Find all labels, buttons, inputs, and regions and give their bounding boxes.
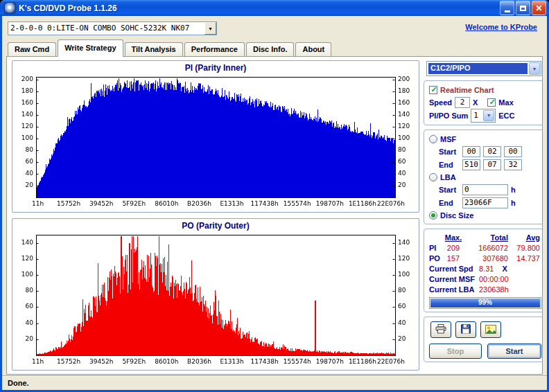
lba-radio[interactable] bbox=[429, 173, 437, 181]
save-button[interactable] bbox=[455, 321, 476, 338]
stats-header-total: Total bbox=[465, 233, 508, 242]
realtime-chart-label: Realtime Chart bbox=[440, 86, 494, 94]
pi-chart-canvas bbox=[15, 73, 416, 209]
tab-raw-cmd[interactable]: Raw Cmd bbox=[8, 42, 56, 56]
app-icon bbox=[4, 2, 16, 14]
msf-end-1-input[interactable] bbox=[483, 159, 501, 170]
lba-label: LBA bbox=[440, 173, 456, 181]
current-speed-row: Current Spd 8.31 X bbox=[429, 263, 541, 274]
stats-group: Max. Total Avg PI 209 1666072 79.800 PO … bbox=[424, 229, 543, 312]
mode-select-dropdown-button[interactable]: ▼ bbox=[529, 62, 540, 75]
mode-select[interactable]: C1C2/PIPO ▼ bbox=[426, 61, 541, 76]
progress-label: 99% bbox=[430, 298, 541, 308]
window-title: K's CD/DVD Probe 1.1.26 bbox=[19, 3, 500, 13]
status-bar: Done. bbox=[2, 375, 547, 390]
msf-end-0-input[interactable] bbox=[462, 159, 480, 170]
pipo-sum-value: 1 bbox=[473, 111, 478, 120]
msf-start-label: Start bbox=[439, 148, 460, 156]
content-panel: PI (Parity Inner) PO (Parity Outer) C1C2… bbox=[6, 56, 543, 375]
po-chart-title: PO (Parity Outer) bbox=[15, 220, 416, 231]
toolbar: 2-0-0-0 0:LITE-ON COMBO SOHC-5232K NK07 … bbox=[2, 16, 547, 39]
tab-performance[interactable]: Performance bbox=[184, 42, 245, 56]
drive-select-value: 2-0-0-0 0:LITE-ON COMBO SOHC-5232K NK07 bbox=[8, 22, 204, 35]
msf-start-0-input[interactable] bbox=[462, 146, 480, 157]
stats-header-avg: Avg bbox=[508, 233, 540, 242]
pipo-sum-dropdown-button[interactable]: ▼ bbox=[483, 110, 494, 121]
tab-disc-info[interactable]: Disc Info. bbox=[246, 42, 295, 56]
chart-options-group: ✓ Realtime Chart Speed X ✓ Max PI/PO Sum bbox=[424, 80, 543, 125]
stats-header: Max. Total Avg bbox=[429, 232, 541, 242]
mode-select-value: C1C2/PIPO bbox=[428, 63, 528, 74]
save-image-button[interactable] bbox=[480, 321, 501, 338]
controls-panel: C1C2/PIPO ▼ ✓ Realtime Chart Speed X ✓ M bbox=[424, 60, 543, 366]
msf-start-2-input[interactable] bbox=[504, 146, 522, 157]
maximize-icon bbox=[520, 6, 526, 11]
welcome-link[interactable]: Welcome to KProbe bbox=[465, 23, 537, 31]
msf-radio[interactable] bbox=[429, 135, 437, 143]
pi-chart-title: PI (Parity Inner) bbox=[15, 62, 416, 73]
pi-chart-box: PI (Parity Inner) bbox=[12, 60, 419, 213]
printer-icon bbox=[435, 324, 446, 335]
check-icon: ✓ bbox=[430, 85, 438, 94]
status-text: Done. bbox=[8, 379, 29, 387]
max-speed-checkbox[interactable]: ✓ bbox=[487, 98, 496, 107]
lba-end-unit: h bbox=[511, 199, 516, 207]
realtime-chart-checkbox[interactable]: ✓ bbox=[429, 86, 437, 94]
start-button[interactable]: Start bbox=[487, 344, 541, 359]
chevron-down-icon: ▼ bbox=[487, 113, 491, 118]
chevron-down-icon: ▼ bbox=[532, 66, 537, 71]
maximize-button[interactable] bbox=[516, 1, 530, 15]
disc-size-label: Disc Size bbox=[440, 211, 473, 220]
chevron-down-icon: ▼ bbox=[208, 26, 213, 31]
current-msf-row: Current MSF 00:00:00 bbox=[429, 274, 541, 284]
close-button[interactable]: ✕ bbox=[532, 1, 546, 15]
print-button[interactable] bbox=[430, 321, 451, 338]
close-icon: ✕ bbox=[535, 4, 542, 12]
tab-bar: Raw Cmd Write Strategy Tilt Analysis Per… bbox=[2, 39, 547, 56]
tab-about[interactable]: About bbox=[295, 42, 331, 56]
po-chart-canvas bbox=[15, 231, 416, 367]
charts-column: PI (Parity Inner) PO (Parity Outer) bbox=[12, 60, 419, 375]
lba-start-unit: h bbox=[511, 186, 516, 194]
lba-start-label: Start bbox=[439, 186, 460, 194]
tab-tilt-analysis[interactable]: Tilt Analysis bbox=[125, 42, 183, 56]
drive-select[interactable]: 2-0-0-0 0:LITE-ON COMBO SOHC-5232K NK07 … bbox=[8, 21, 217, 35]
speed-label: Speed bbox=[429, 98, 452, 107]
max-speed-label: Max bbox=[498, 98, 513, 107]
lba-end-label: End bbox=[439, 199, 460, 207]
msf-start-1-input[interactable] bbox=[483, 146, 501, 157]
msf-end-label: End bbox=[439, 161, 460, 169]
client-area: 2-0-0-0 0:LITE-ON COMBO SOHC-5232K NK07 … bbox=[2, 16, 547, 390]
ecc-label: ECC bbox=[498, 112, 514, 120]
actions-group: Stop Start bbox=[424, 317, 543, 362]
stats-header-max: Max. bbox=[442, 233, 465, 242]
check-icon: ✓ bbox=[488, 98, 496, 107]
speed-unit-label: X bbox=[473, 98, 478, 107]
drive-select-dropdown-button[interactable]: ▼ bbox=[204, 22, 216, 35]
speed-input[interactable] bbox=[455, 97, 470, 108]
tab-write-strategy[interactable]: Write Strategy bbox=[58, 39, 123, 57]
image-icon bbox=[485, 325, 496, 335]
minimize-icon bbox=[505, 10, 510, 12]
current-lba-row: Current LBA 230638h bbox=[429, 284, 541, 294]
progress-bar: 99% bbox=[429, 297, 541, 309]
floppy-icon bbox=[461, 324, 471, 335]
title-bar[interactable]: K's CD/DVD Probe 1.1.26 ✕ bbox=[0, 0, 549, 16]
lba-start-input[interactable] bbox=[462, 184, 508, 195]
stat-row-pi: PI 209 1666072 79.800 bbox=[429, 242, 541, 253]
app-window: K's CD/DVD Probe 1.1.26 ✕ 2-0-0-0 0:LITE… bbox=[0, 0, 549, 392]
disc-size-radio[interactable] bbox=[429, 211, 437, 220]
po-chart-box: PO (Parity Outer) bbox=[12, 218, 419, 371]
lba-end-input[interactable] bbox=[462, 197, 508, 208]
minimize-button[interactable] bbox=[500, 1, 514, 15]
pipo-sum-label: PI/PO Sum bbox=[429, 112, 468, 120]
msf-label: MSF bbox=[440, 135, 456, 143]
stat-row-po: PO 157 307680 14.737 bbox=[429, 253, 541, 263]
pipo-sum-select[interactable]: 1 ▼ bbox=[471, 109, 496, 123]
msf-end-2-input[interactable] bbox=[504, 159, 522, 170]
range-group: MSF Start End bbox=[424, 130, 543, 224]
stop-button[interactable]: Stop bbox=[429, 344, 482, 359]
